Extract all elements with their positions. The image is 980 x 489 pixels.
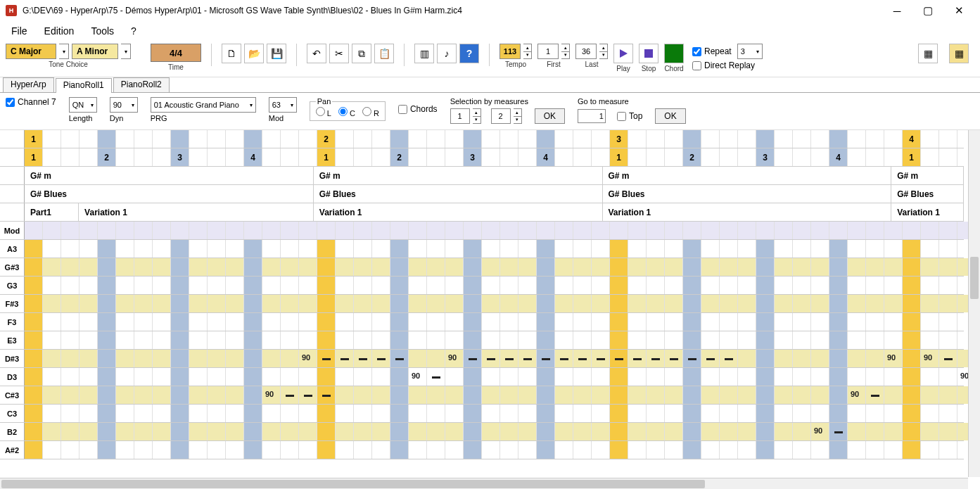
menu-file[interactable]: File [11,25,27,37]
stop-button[interactable] [639,44,658,63]
undo-icon[interactable]: ↶ [307,44,326,63]
svg-rect-1 [644,49,653,58]
play-label: Play [616,65,630,72]
app-icon: H [6,5,17,16]
repeat-checkbox[interactable]: Repeat 3▾ [692,44,763,59]
first-spinner[interactable]: ▴▾ [561,44,570,59]
tempo-spinner[interactable]: ▴▾ [523,44,532,59]
vertical-scrollbar[interactable] [968,130,980,477]
last-value[interactable]: 36 [575,44,597,59]
tab-bar: HyperArp PianoRoll1 PianoRoll2 [0,77,980,93]
tab-pianoroll1[interactable]: PianoRoll1 [56,78,112,93]
time-signature[interactable]: 4/4 [151,44,201,62]
top-checkbox[interactable]: Top [617,111,642,121]
close-button[interactable]: ✕ [943,1,974,20]
open-icon[interactable]: 📂 [244,44,264,63]
mod-select[interactable]: 63▾ [269,97,297,113]
scale-major-dropdown[interactable]: ▾ [59,44,69,59]
pan-c[interactable]: C [338,107,355,118]
toolbar: C Major ▾ A Minor ▾ Tone Choice 4/4 Time… [0,41,980,77]
sel-to[interactable]: 2 [491,108,511,124]
chord-button[interactable] [664,44,684,63]
svg-marker-0 [620,49,628,58]
menu-edition[interactable]: Edition [44,25,75,37]
dyn-select[interactable]: 90▾ [110,97,138,113]
menubar: File Edition Tools ? [0,21,980,41]
pan-r[interactable]: R [362,107,379,118]
minimize-button[interactable]: ─ [882,1,912,20]
repeat-count[interactable]: 3▾ [737,44,763,59]
tab-pianoroll2[interactable]: PianoRoll2 [113,77,170,92]
window-title: G:\DEV\69 - HyperArp\75 - Démos HyperArp… [23,6,882,15]
direct-replay-checkbox[interactable]: Direct Replay [692,61,763,70]
sel-from[interactable]: 1 [450,108,470,124]
tone-choice-label: Tone Choice [49,61,88,68]
goto-input[interactable] [578,109,606,123]
note-icon[interactable]: ♪ [437,44,457,63]
goto-ok[interactable]: OK [655,108,685,124]
prg-select[interactable]: 01 Acoustic Grand Piano▾ [151,97,256,113]
selection-ok[interactable]: OK [535,108,565,124]
cut-icon[interactable]: ✂ [329,44,349,63]
stop-label: Stop [642,65,656,72]
scale-major[interactable]: C Major [6,44,56,59]
new-icon[interactable]: 🗋 [222,44,241,63]
channel-panel: Channel 7 QN▾Length 90▾Dyn 01 Acoustic G… [0,93,980,130]
keyboard1-icon[interactable]: ▦ [918,44,938,63]
view-icon[interactable]: ▥ [414,44,434,63]
time-label: Time [168,63,184,71]
tempo-label: Tempo [505,61,526,68]
help-icon[interactable]: ? [459,44,479,63]
menu-help[interactable]: ? [131,25,136,37]
maximize-button[interactable]: ▢ [912,1,943,20]
chord-label: Chord [664,65,683,72]
tempo-value[interactable]: 113 [499,44,521,59]
save-icon[interactable]: 💾 [267,44,286,63]
play-button[interactable] [613,44,633,63]
scale-minor-dropdown[interactable]: ▾ [121,44,131,59]
paste-icon[interactable]: 📋 [374,44,394,63]
horizontal-scrollbar[interactable] [0,478,968,489]
copy-icon[interactable]: ⧉ [352,44,371,63]
pianoroll-grid[interactable]: 12341234123412341G# mG# mG# mG# mG# Blue… [0,130,980,489]
channel-checkbox[interactable]: Channel 7 [6,97,56,107]
first-label: First [547,61,560,68]
chords-checkbox[interactable]: Chords [398,104,438,114]
first-value[interactable]: 1 [537,44,559,59]
keyboard2-icon[interactable]: ▦ [949,44,969,63]
last-spinner[interactable]: ▴▾ [599,44,608,59]
titlebar: H G:\DEV\69 - HyperArp\75 - Démos HyperA… [0,0,980,21]
scale-minor[interactable]: A Minor [72,44,118,59]
last-label: Last [585,61,599,68]
length-select[interactable]: QN▾ [69,97,97,113]
menu-tools[interactable]: Tools [91,25,114,37]
pan-group: Pan L C R [310,97,386,121]
pan-l[interactable]: L [316,107,331,118]
tab-hyperarp[interactable]: HyperArp [3,77,54,92]
